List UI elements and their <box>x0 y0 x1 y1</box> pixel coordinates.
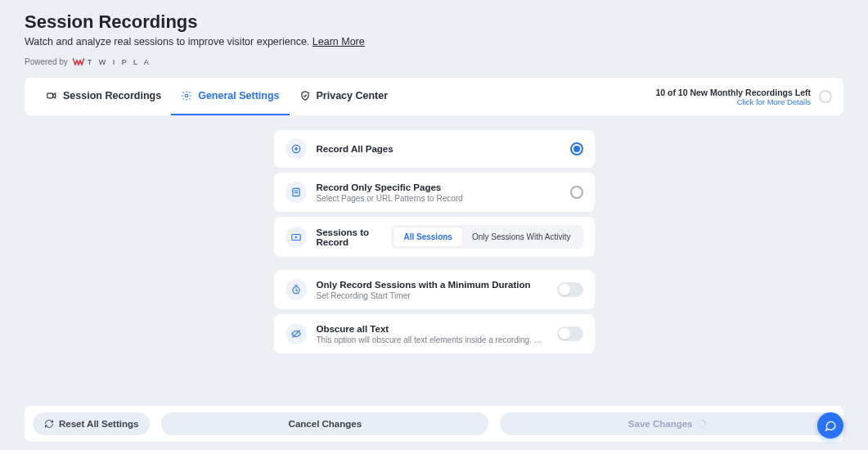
powered-by-label: Powered by <box>25 57 68 66</box>
pages-icon <box>286 182 307 203</box>
powered-by: Powered by T W I P L A <box>25 57 843 66</box>
card-record-specific-pages[interactable]: Record Only Specific Pages Select Pages … <box>274 173 595 212</box>
reset-all-settings-button[interactable]: Reset All Settings <box>33 412 150 435</box>
reset-label: Reset All Settings <box>59 419 138 429</box>
refresh-icon <box>44 419 54 429</box>
record-specific-radio[interactable] <box>570 186 583 199</box>
obscure-desc: This option will obscure all text elemen… <box>317 335 547 344</box>
quota-ring-icon <box>819 90 832 103</box>
chat-icon <box>824 419 837 432</box>
card-min-duration: Only Record Sessions with a Minimum Dura… <box>274 270 595 309</box>
quota-details-link[interactable]: Click for More Details <box>655 97 811 106</box>
tab-general-settings-label: General Settings <box>198 90 279 101</box>
record-all-title: Record All Pages <box>317 144 560 154</box>
learn-more-link[interactable]: Learn More <box>313 36 365 47</box>
card-obscure-text: Obscure all Text This option will obscur… <box>274 314 595 353</box>
card-sessions-to-record: Sessions to Record All Sessions Only Ses… <box>274 217 595 257</box>
quota-title: 10 of 10 New Monthly Recordings Left <box>655 88 811 97</box>
shield-icon <box>299 90 311 101</box>
svg-point-1 <box>185 94 188 97</box>
spinner-icon <box>697 419 707 429</box>
record-specific-title: Record Only Specific Pages <box>317 182 560 192</box>
timer-icon <box>286 279 307 300</box>
camera-icon <box>46 90 57 101</box>
seg-only-activity[interactable]: Only Sessions With Activity <box>462 227 581 246</box>
save-changes-button[interactable]: Save Changes <box>500 412 835 435</box>
gear-icon <box>181 90 192 101</box>
tab-session-recordings-label: Session Recordings <box>63 90 161 101</box>
min-duration-desc: Set Recording Start Timer <box>317 291 547 300</box>
tab-general-settings[interactable]: General Settings <box>171 78 289 115</box>
tab-privacy-center[interactable]: Privacy Center <box>290 78 398 115</box>
record-specific-desc: Select Pages or URL Patterns to Record <box>317 194 560 203</box>
obscure-toggle[interactable] <box>557 326 583 341</box>
svg-point-3 <box>295 148 296 150</box>
twipla-logo: T W I P L A <box>73 58 151 66</box>
obscure-title: Obscure all Text <box>317 324 547 334</box>
twipla-mark-icon <box>73 58 84 66</box>
save-label: Save Changes <box>628 419 693 429</box>
svg-rect-0 <box>47 93 53 98</box>
tab-privacy-center-label: Privacy Center <box>317 90 389 101</box>
footer-bar: Reset All Settings Cancel Changes Save C… <box>25 406 843 442</box>
page-subtitle-text: Watch and analyze real sessions to impro… <box>25 36 313 47</box>
tabs-bar: Session Recordings General Settings Priv… <box>25 78 843 115</box>
settings-column: Record All Pages Record Only Specific Pa… <box>274 130 595 353</box>
sessions-segmented-control: All Sessions Only Sessions With Activity <box>391 225 582 249</box>
play-icon <box>286 227 307 248</box>
card-record-all-pages[interactable]: Record All Pages <box>274 130 595 168</box>
seg-all-sessions[interactable]: All Sessions <box>394 227 461 246</box>
twipla-word: T W I P L A <box>88 58 151 66</box>
cancel-label: Cancel Changes <box>289 419 362 429</box>
eye-off-icon <box>286 323 307 344</box>
min-duration-title: Only Record Sessions with a Minimum Dura… <box>317 280 547 290</box>
tab-session-recordings[interactable]: Session Recordings <box>36 78 171 115</box>
page-subtitle: Watch and analyze real sessions to impro… <box>25 36 843 47</box>
page-title: Session Recordings <box>25 11 843 33</box>
min-duration-toggle[interactable] <box>557 282 583 297</box>
chat-fab[interactable] <box>817 412 843 439</box>
cancel-changes-button[interactable]: Cancel Changes <box>161 412 488 435</box>
target-icon <box>286 138 307 160</box>
record-all-radio[interactable] <box>570 142 583 155</box>
sessions-to-record-title: Sessions to Record <box>317 227 382 247</box>
